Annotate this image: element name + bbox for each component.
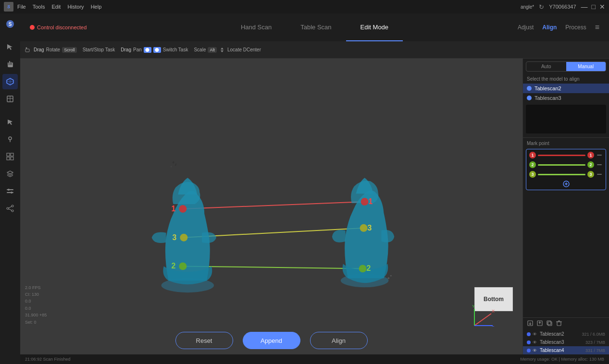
toolbar-btn2-icon: ⬤ bbox=[153, 47, 161, 53]
scan-item-name-1: Tablescan3 bbox=[540, 340, 584, 345]
scan-list-toolbar bbox=[523, 318, 609, 330]
toolbar-start-stop: Start/Stop Task bbox=[83, 47, 115, 52]
mark-num-right-2: 2 bbox=[587, 161, 594, 168]
menu-file[interactable]: File bbox=[17, 4, 26, 10]
mark-section: Mark point 1 1 2 bbox=[523, 137, 609, 191]
adjust-tab[interactable]: Adjust bbox=[518, 24, 534, 31]
scan-copy-icon[interactable] bbox=[546, 320, 553, 328]
toolbar-scale: Scale Alt Locate DCenter bbox=[194, 47, 261, 53]
minimize-button[interactable]: — bbox=[581, 3, 588, 11]
svg-rect-76 bbox=[557, 322, 561, 326]
mark-num-left-1: 1 bbox=[529, 152, 536, 158]
menu-help[interactable]: Help bbox=[91, 4, 102, 10]
sidebar-app-icon[interactable]: S bbox=[2, 16, 18, 32]
mark-title: Mark point bbox=[523, 138, 609, 148]
menu-history[interactable]: History bbox=[67, 4, 84, 10]
mark-delete-1[interactable] bbox=[596, 152, 603, 158]
model-item-tablescan2[interactable]: Tablescan2 bbox=[523, 84, 609, 93]
sidebar-pin-icon[interactable] bbox=[2, 132, 18, 147]
svg-rect-7 bbox=[8, 65, 13, 67]
maximize-button[interactable]: □ bbox=[592, 3, 596, 11]
model-item-tablescan3[interactable]: Tablescan3 bbox=[523, 93, 609, 103]
sidebar-grid-icon[interactable] bbox=[2, 149, 18, 164]
menu-edit[interactable]: Edit bbox=[51, 4, 61, 10]
tab-edit-mode[interactable]: Edit Mode bbox=[346, 13, 403, 41]
scan-list-section: 👁 Tablescan2 321 / 6.0MB 👁 Tablescan3 32… bbox=[523, 317, 609, 354]
coord-2: 0.0 bbox=[25, 305, 47, 312]
auto-manual-toggle: Auto Manual bbox=[526, 61, 606, 72]
svg-text:2: 2 bbox=[171, 262, 175, 270]
scan-item-tablescan2[interactable]: 👁 Tablescan2 321 / 6.0MB bbox=[523, 330, 609, 338]
status-text: Control disconnected bbox=[37, 24, 87, 30]
svg-point-48 bbox=[180, 234, 187, 242]
sidebar-3d-icon[interactable] bbox=[2, 74, 18, 89]
svg-rect-35 bbox=[20, 61, 522, 352]
select-model-label: Select the model to align bbox=[523, 74, 609, 84]
toolbar-scale-label: Scale bbox=[194, 47, 206, 52]
app-logo: S bbox=[4, 2, 13, 12]
viewport-info: 2.0 FPS CI: 130 0.0 0.0 31.900 +85 Set: … bbox=[25, 284, 47, 326]
model-color-dot-0 bbox=[527, 86, 532, 91]
mark-delete-2[interactable] bbox=[596, 161, 603, 168]
scan-eye-icon-1: 👁 bbox=[533, 340, 537, 345]
mark-item-1[interactable]: 1 1 bbox=[527, 150, 605, 160]
align-tab[interactable]: Align bbox=[542, 24, 557, 31]
sidebar-layers-icon[interactable] bbox=[2, 166, 18, 182]
mark-num-right-3: 3 bbox=[587, 171, 594, 178]
scan-item-name-0: Tablescan2 bbox=[540, 331, 580, 337]
svg-point-28 bbox=[12, 210, 13, 212]
mark-line-2 bbox=[538, 164, 585, 166]
scan-export-icon[interactable] bbox=[527, 320, 534, 328]
refresh-icon[interactable]: ↻ bbox=[539, 3, 544, 11]
topnav: Control disconnected Hand Scan Table Sca… bbox=[20, 13, 609, 41]
sidebar-cursor-icon[interactable] bbox=[2, 39, 18, 55]
toolbar-start-stop-label: Start/Stop Task bbox=[83, 47, 115, 52]
nav-right: Adjust Align Process ≡ bbox=[518, 23, 599, 32]
svg-rect-4 bbox=[11, 62, 12, 65]
mark-item-3[interactable]: 3 3 bbox=[527, 170, 605, 179]
menu-tools[interactable]: Tools bbox=[33, 4, 45, 10]
mark-num-left-2: 2 bbox=[529, 161, 536, 168]
svg-text:X: X bbox=[492, 309, 495, 314]
coord-1: 0.0 bbox=[25, 298, 47, 304]
scene-svg: 1 2 3 1 3 2 bbox=[20, 59, 522, 354]
sidebar-adjust-icon[interactable] bbox=[2, 183, 18, 199]
toolbar-alt-key: Alt bbox=[208, 47, 217, 53]
tab-table-scan[interactable]: Table Scan bbox=[286, 13, 346, 41]
scan-import-icon[interactable] bbox=[536, 320, 543, 328]
toggle-auto[interactable]: Auto bbox=[526, 62, 566, 71]
scan-delete-icon[interactable] bbox=[556, 320, 562, 328]
reset-button[interactable]: Reset bbox=[175, 332, 233, 349]
model-name-0: Tablescan2 bbox=[534, 85, 561, 91]
close-button[interactable]: ✕ bbox=[599, 3, 605, 11]
process-tab[interactable]: Process bbox=[565, 24, 586, 31]
sidebar-cube-icon[interactable] bbox=[2, 91, 18, 107]
sidebar-share-icon[interactable] bbox=[2, 201, 18, 216]
svg-line-30 bbox=[9, 209, 12, 210]
sidebar-select-icon[interactable] bbox=[2, 114, 18, 130]
mark-add-button[interactable] bbox=[527, 179, 605, 189]
toolbar-rotate-label: Rotate bbox=[46, 47, 60, 52]
mark-delete-3[interactable] bbox=[596, 171, 603, 178]
append-button[interactable]: Append bbox=[243, 332, 300, 349]
mark-num-left-3: 3 bbox=[529, 171, 536, 178]
sidebar-hand-icon[interactable] bbox=[2, 57, 18, 72]
scan-item-tablescan4[interactable]: 👁 Tablescan4 331 / 7MB bbox=[523, 346, 609, 354]
tab-hand-scan[interactable]: Hand Scan bbox=[226, 13, 286, 41]
viewport[interactable]: 1 2 3 1 3 2 bbox=[20, 59, 522, 354]
toggle-manual[interactable]: Manual bbox=[566, 62, 606, 71]
svg-rect-19 bbox=[7, 157, 10, 160]
svg-rect-75 bbox=[547, 321, 551, 325]
svg-marker-33 bbox=[221, 48, 224, 49]
menu-icon[interactable]: ≡ bbox=[595, 23, 599, 32]
svg-text:2: 2 bbox=[367, 264, 371, 272]
mark-item-2[interactable]: 2 2 bbox=[527, 160, 605, 170]
svg-point-24 bbox=[8, 189, 10, 191]
align-button[interactable]: Align bbox=[310, 332, 368, 349]
right-panel: Auto Manual Select the model to align Ta… bbox=[522, 59, 609, 354]
scan-item-info-0: 321 / 6.0MB bbox=[582, 332, 605, 337]
svg-point-26 bbox=[12, 205, 13, 207]
fps-counter: 2.0 FPS bbox=[25, 284, 47, 291]
mark-num-right-1: 1 bbox=[587, 152, 594, 158]
scan-item-tablescan3[interactable]: 👁 Tablescan3 323 / 7MB bbox=[523, 338, 609, 346]
